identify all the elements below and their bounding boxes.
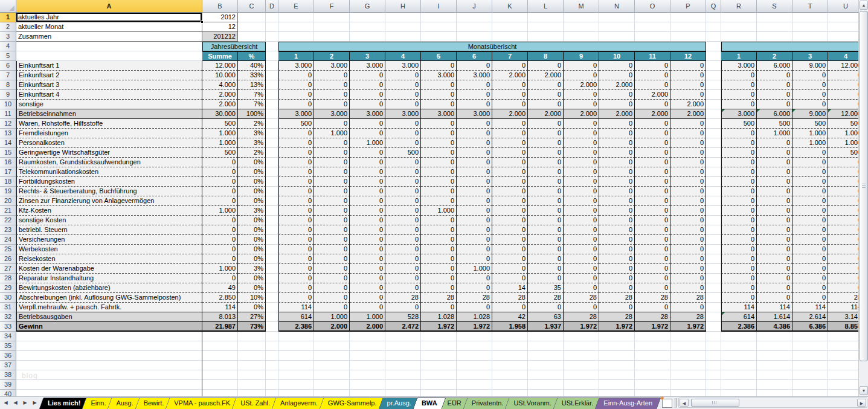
cell-I21[interactable]: 1.000 [421, 206, 457, 216]
cell-K6[interactable]: 0 [492, 61, 528, 71]
cell-M10[interactable]: 0 [564, 100, 599, 109]
cell[interactable] [564, 380, 599, 390]
cell[interactable] [314, 370, 350, 380]
cell-F21[interactable]: 0 [314, 206, 350, 216]
cell-B30[interactable]: 2.850 [202, 293, 238, 303]
cell-T22[interactable]: 0 [792, 216, 828, 225]
cell-E13[interactable]: 0 [278, 129, 314, 138]
cell[interactable] [564, 32, 599, 42]
cell-P32[interactable]: 28 [670, 312, 706, 322]
cell-U10[interactable]: 0 [828, 100, 858, 109]
cell[interactable] [457, 13, 492, 22]
cell[interactable] [757, 13, 792, 22]
cell[interactable] [385, 22, 421, 32]
cell-I7[interactable]: 3.000 [421, 71, 457, 80]
cell[interactable] [385, 13, 421, 22]
cell-U31[interactable]: 114 [828, 303, 858, 312]
cell-K27[interactable]: 0 [492, 264, 528, 274]
cell[interactable] [706, 303, 721, 312]
sheet-tab-gwg-sammelp-[interactable]: GWG-Sammelp. [321, 398, 384, 409]
cell-C25[interactable]: 0% [238, 245, 266, 254]
cell-N31[interactable]: 0 [599, 303, 635, 312]
cell-G6[interactable]: 3.000 [350, 61, 385, 71]
cell-F18[interactable]: 0 [314, 177, 350, 187]
cell-F32[interactable]: 1.000 [314, 312, 350, 322]
cell[interactable] [670, 351, 706, 361]
cell-E21[interactable]: 0 [278, 206, 314, 216]
row-header-20[interactable]: 20 [0, 196, 16, 206]
cell-K17[interactable]: 0 [492, 167, 528, 177]
cell[interactable] [670, 332, 706, 341]
cell[interactable] [266, 187, 278, 196]
cell-O19[interactable]: 0 [635, 187, 670, 196]
cell-K32[interactable]: 42 [492, 312, 528, 322]
cell[interactable] [238, 380, 266, 390]
cell-R21[interactable]: 0 [721, 206, 757, 216]
cell-N16[interactable]: 0 [599, 158, 635, 167]
cell-N30[interactable]: 28 [599, 293, 635, 303]
cell[interactable] [599, 351, 635, 361]
cell-O31[interactable]: 0 [635, 303, 670, 312]
cell-U12[interactable]: 500 [828, 119, 858, 129]
cell-A24[interactable]: Versicherungen [16, 235, 202, 245]
cell[interactable] [828, 13, 858, 22]
cell-I16[interactable]: 0 [421, 158, 457, 167]
row-header-16[interactable]: 16 [0, 158, 16, 167]
cell[interactable] [350, 351, 385, 361]
cell-H14[interactable]: 0 [385, 138, 421, 148]
cell-T24[interactable]: 0 [792, 235, 828, 245]
sheet-tab-vpma-pausch-fk[interactable]: VPMA - pausch.FK [167, 398, 237, 409]
cell-A14[interactable]: Personalkosten [16, 138, 202, 148]
vertical-scrollbar[interactable]: ▲ ▼ [858, 0, 868, 396]
cell-T26[interactable]: 0 [792, 254, 828, 264]
cell-R32[interactable]: 614 [721, 312, 757, 322]
cell[interactable] [202, 361, 238, 370]
cell-H30[interactable]: 28 [385, 293, 421, 303]
cell[interactable] [350, 341, 385, 351]
cell[interactable] [706, 283, 721, 293]
cell[interactable] [792, 13, 828, 22]
cell-M29[interactable]: 0 [564, 283, 599, 293]
cell-J8[interactable]: 0 [457, 80, 492, 90]
sheet-tab-ust-erklär-[interactable]: USt.Erklär. [555, 398, 600, 409]
cell[interactable] [266, 245, 278, 254]
cell[interactable] [266, 167, 278, 177]
cell[interactable] [599, 32, 635, 42]
cell[interactable] [828, 32, 858, 42]
column-header-L[interactable]: L [528, 0, 564, 13]
cell-M23[interactable]: 0 [564, 225, 599, 235]
cell-O21[interactable]: 0 [635, 206, 670, 216]
cell-E31[interactable]: 114 [278, 303, 314, 312]
column-header-R[interactable]: R [721, 0, 757, 13]
cell-B3[interactable]: 201212 [202, 32, 238, 42]
cell-N15[interactable]: 0 [599, 148, 635, 158]
cell[interactable] [792, 32, 828, 42]
cell[interactable] [635, 390, 670, 396]
cell-S7[interactable]: 0 [757, 71, 792, 80]
cell[interactable] [16, 390, 202, 396]
row-header-12[interactable]: 12 [0, 119, 16, 129]
row-header-27[interactable]: 27 [0, 264, 16, 274]
cell-T6[interactable]: 9.000 [792, 61, 828, 71]
cell-F27[interactable]: 0 [314, 264, 350, 274]
cell-B33[interactable]: 21.987 [202, 322, 238, 332]
cell-U25[interactable]: 0 [828, 245, 858, 254]
cell-J17[interactable]: 0 [457, 167, 492, 177]
cell-K12[interactable]: 0 [492, 119, 528, 129]
cell-A15[interactable]: Geringwertige Wirtschaftsgüter [16, 148, 202, 158]
cell[interactable] [528, 351, 564, 361]
cell[interactable] [202, 351, 238, 361]
cell-J22[interactable]: 0 [457, 216, 492, 225]
cell-R9[interactable]: 0 [721, 90, 757, 100]
cell-O30[interactable]: 28 [635, 293, 670, 303]
row-header-38[interactable]: 38 [0, 370, 16, 380]
cell-T18[interactable]: 0 [792, 177, 828, 187]
cell[interactable] [238, 32, 266, 42]
cell-R24[interactable]: 0 [721, 235, 757, 245]
cell-O12[interactable]: 0 [635, 119, 670, 129]
cell-B12[interactable]: 500 [202, 119, 238, 129]
cell-U15[interactable]: 500 [828, 148, 858, 158]
cell[interactable] [564, 370, 599, 380]
cell[interactable] [706, 312, 721, 322]
cell-C29[interactable]: 0% [238, 283, 266, 293]
